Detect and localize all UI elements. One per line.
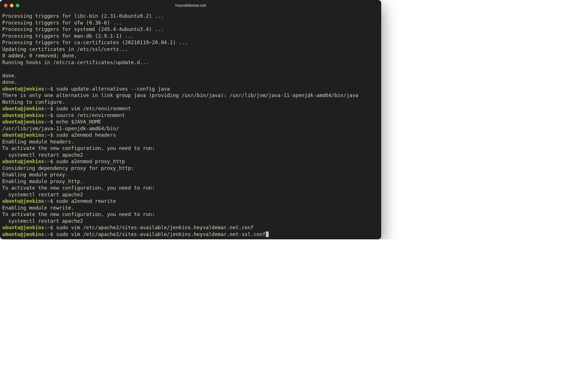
prompt-colon: : — [44, 231, 47, 237]
output-line: To activate the new configuration, you n… — [2, 211, 379, 218]
command-line: ubuntu@jenkins:~$ sudo update-alternativ… — [2, 86, 379, 93]
prompt-path: ~ — [47, 106, 50, 111]
prompt-at: @ — [20, 119, 23, 125]
output-line — [2, 66, 379, 73]
output-text: Considering dependency proxy for proxy_h… — [2, 165, 134, 171]
output-line: Nothing to configure. — [2, 99, 379, 106]
output-line: done. — [2, 79, 379, 86]
prompt-at: @ — [20, 106, 23, 111]
command-text: sudo update-alternatives --config java — [56, 86, 170, 92]
prompt-colon: : — [44, 132, 47, 138]
output-line: To activate the new configuration, you n… — [2, 185, 379, 192]
output-text: Enabling module rewrite. — [2, 205, 74, 211]
command-line: ubuntu@jenkins:~$ source /etc/environmen… — [2, 112, 379, 119]
prompt-colon: : — [44, 159, 47, 164]
command-line: ubuntu@jenkins:~$ echo $JAVA_HOME — [2, 119, 379, 125]
output-text: To activate the new configuration, you n… — [2, 212, 155, 217]
output-line: Enabling module headers. — [2, 139, 379, 145]
output-text: Processing triggers for man-db (2.9.1-1)… — [2, 33, 134, 39]
output-text: done. — [2, 79, 17, 85]
prompt-symbol: $ — [50, 231, 56, 237]
prompt-path: ~ — [47, 119, 50, 125]
prompt-path: ~ — [47, 225, 50, 230]
prompt-host: jenkins — [23, 198, 44, 204]
command-text: sudo a2enmod proxy_http — [56, 159, 125, 164]
command-line: ubuntu@jenkins:~$ sudo vim /etc/apache2/… — [2, 231, 379, 238]
minimize-icon[interactable] — [10, 4, 14, 7]
prompt-user: ubuntu — [2, 106, 20, 111]
prompt-at: @ — [20, 225, 23, 230]
prompt-symbol: $ — [50, 86, 56, 92]
command-text: sudo vim /etc/apache2/sites-available/je… — [56, 231, 266, 237]
prompt-path: ~ — [47, 231, 50, 237]
command-text: sudo vim /etc/apache2/sites-available/je… — [56, 225, 253, 230]
prompt-host: jenkins — [23, 225, 44, 230]
output-text: 0 added, 0 removed; done. — [2, 53, 77, 58]
prompt-at: @ — [20, 198, 23, 204]
command-text: sudo a2enmod rewrite — [56, 198, 116, 204]
output-text: Enabling module headers. — [2, 139, 74, 145]
output-text: Enabling module proxy_http. — [2, 179, 83, 184]
prompt-host: jenkins — [23, 159, 44, 164]
output-line: There is only one alternative in link gr… — [2, 92, 379, 99]
prompt-at: @ — [20, 86, 23, 92]
output-line: Processing triggers for man-db (2.9.1-1)… — [2, 33, 379, 40]
output-line: Processing triggers for ufw (0.36-6) ... — [2, 20, 379, 26]
prompt-path: ~ — [47, 132, 50, 138]
output-text: Processing triggers for libc-bin (2.31-0… — [2, 13, 164, 19]
command-text: sudo vim /etc/environment — [56, 106, 131, 111]
output-line: To activate the new configuration, you n… — [2, 145, 379, 152]
command-line: ubuntu@jenkins:~$ sudo vim /etc/apache2/… — [2, 224, 379, 231]
prompt-user: ubuntu — [2, 159, 20, 164]
window-controls — [4, 4, 19, 7]
command-text: source /etc/environment — [56, 112, 125, 118]
output-text: systemctl restart apache2 — [2, 152, 83, 158]
prompt-user: ubuntu — [2, 112, 20, 118]
prompt-symbol: $ — [50, 119, 56, 125]
output-text: Enabling module proxy. — [2, 172, 68, 177]
prompt-user: ubuntu — [2, 86, 20, 92]
output-line: 0 added, 0 removed; done. — [2, 53, 379, 59]
prompt-at: @ — [20, 112, 23, 118]
prompt-host: jenkins — [23, 119, 44, 125]
output-line: systemctl restart apache2 — [2, 218, 379, 225]
prompt-path: ~ — [47, 112, 50, 118]
prompt-symbol: $ — [50, 159, 56, 164]
command-line: ubuntu@jenkins:~$ sudo a2enmod proxy_htt… — [2, 158, 379, 165]
prompt-user: ubuntu — [2, 198, 20, 204]
output-line: Enabling module proxy. — [2, 172, 379, 178]
prompt-host: jenkins — [23, 112, 44, 118]
prompt-symbol: $ — [50, 106, 56, 111]
output-line: Processing triggers for systemd (245.4-4… — [2, 26, 379, 33]
output-text: To activate the new configuration, you n… — [2, 145, 155, 151]
prompt-path: ~ — [47, 86, 50, 92]
output-text: Processing triggers for ca-certificates … — [2, 40, 188, 45]
output-text: Updating certificates in /etc/ssl/certs.… — [2, 46, 128, 52]
prompt-host: jenkins — [23, 231, 44, 237]
prompt-symbol: $ — [50, 198, 56, 204]
command-text: sudo a2enmod headers — [56, 132, 116, 138]
output-text: systemctl restart apache2 — [2, 192, 83, 197]
titlebar[interactable]: heyvaldemar.net — [0, 0, 381, 11]
output-text: To activate the new configuration, you n… — [2, 185, 155, 191]
close-icon[interactable] — [4, 4, 8, 7]
prompt-path: ~ — [47, 198, 50, 204]
command-text: echo $JAVA_HOME — [56, 119, 101, 125]
prompt-colon: : — [44, 119, 47, 125]
prompt-colon: : — [44, 198, 47, 204]
prompt-path: ~ — [47, 159, 50, 164]
prompt-colon: : — [44, 86, 47, 92]
terminal-output[interactable]: Processing triggers for libc-bin (2.31-0… — [0, 11, 381, 239]
output-text: systemctl restart apache2 — [2, 218, 83, 224]
output-text: /usr/lib/jvm/java-11-openjdk-amd64/bin/ — [2, 126, 119, 131]
prompt-symbol: $ — [50, 132, 56, 138]
zoom-icon[interactable] — [16, 4, 19, 7]
command-line: ubuntu@jenkins:~$ sudo vim /etc/environm… — [2, 105, 379, 112]
output-line: systemctl restart apache2 — [2, 152, 379, 159]
prompt-colon: : — [44, 225, 47, 230]
prompt-host: jenkins — [23, 86, 44, 92]
prompt-user: ubuntu — [2, 132, 20, 138]
output-line: Enabling module rewrite. — [2, 205, 379, 212]
output-line: /usr/lib/jvm/java-11-openjdk-amd64/bin/ — [2, 125, 379, 132]
output-text: Processing triggers for systemd (245.4-4… — [2, 26, 164, 32]
